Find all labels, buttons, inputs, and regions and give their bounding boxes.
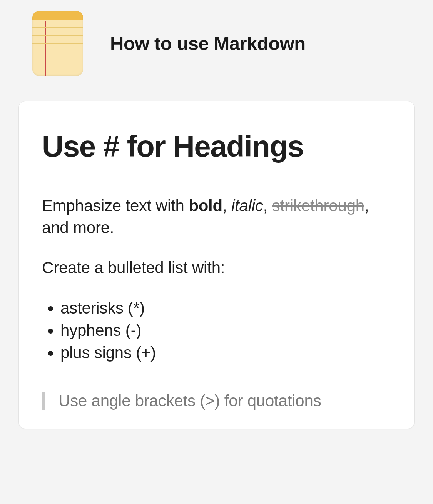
list-item: asterisks (*) (60, 297, 391, 319)
strike-sample: strikethrough (272, 197, 364, 215)
sep2: , (263, 197, 272, 215)
list-item: plus signs (+) (60, 342, 391, 364)
page-header: How to use Markdown (18, 11, 415, 76)
notepad-icon (32, 11, 83, 76)
list-intro: Create a bulleted list with: (42, 259, 391, 277)
list-item: hyphens (-) (60, 319, 391, 342)
card-heading: Use # for Headings (42, 131, 391, 161)
emphasize-text: Emphasize text with bold, italic, strike… (42, 195, 391, 239)
bold-sample: bold (189, 197, 222, 215)
emphasize-prefix: Emphasize text with (42, 197, 189, 215)
sep1: , (222, 197, 231, 215)
blockquote-text: Use angle brackets (>) for quotations (59, 392, 321, 410)
bullet-list: asterisks (*) hyphens (-) plus signs (+) (42, 297, 391, 364)
content-card: Use # for Headings Emphasize text with b… (18, 101, 415, 429)
italic-sample: italic (231, 197, 263, 215)
page-title: How to use Markdown (110, 33, 306, 54)
blockquote: Use angle brackets (>) for quotations (42, 392, 391, 410)
